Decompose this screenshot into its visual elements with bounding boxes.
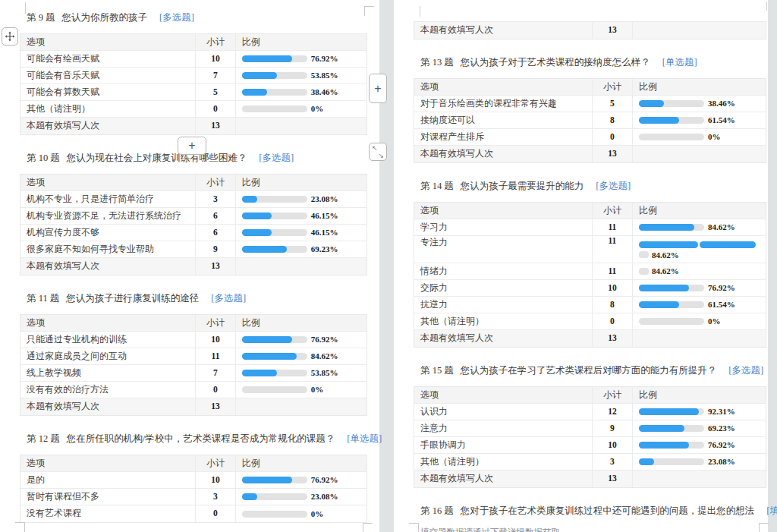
add-table-button[interactable]: + [178,137,206,155]
option-count: 0 [195,382,234,398]
question-title: 第 16 题您对于孩子在艺术类康复训练过程中还可能遇到的问题，提出您的想法[填空… [420,505,766,518]
option-label: 是的 [20,472,195,488]
page-boundary-mark [766,2,767,11]
question-text: 您认为现在社会上对康复训练有哪些困难？ [67,153,247,163]
ratio-bar-fill [639,100,664,107]
ratio-cell: 46.15% [235,208,366,224]
page-boundary-mark [15,522,25,532]
option-count: 11 [592,263,632,279]
table-row: 其他（请注明）00% [414,313,766,330]
ratio-bar-fill [639,301,679,308]
option-count: 10 [592,437,632,453]
footer-ratio-empty [235,398,366,415]
ratio-percent: 38.46% [708,96,735,112]
option-label: 机构专业资源不足，无法进行系统治疗 [20,208,195,224]
continuation-table: 本题有效填写人次13 [414,21,766,39]
page-left: 第 9 题您认为你所教的孩子[多选题]选项小计比例可能会有绘画天赋1076.92… [0,0,379,532]
ratio-bar-fill [242,246,288,253]
ratio-bar-fill [242,353,297,360]
table-footer-row: 本题有效填写人次13 [20,258,366,275]
header-count: 小计 [195,34,234,50]
ratio-percent: 0% [311,506,324,522]
option-label: 其他（请注明） [414,313,592,329]
ratio-cell: 38.46% [632,96,766,112]
table-row: 注意力969.23% [414,420,766,437]
ratio-percent: 76.92% [311,51,338,67]
table-row: 可能会有绘画天赋1076.92% [20,51,366,68]
question-type-tag: [多选题] [259,153,294,163]
question-number: 第 11 题 [27,293,59,304]
ratio-percent: 61.54% [708,112,735,128]
ratio-bar [242,55,307,62]
ratio-cell: 46.15% [235,225,366,241]
ratio-bar-fill [242,212,272,219]
ratio-bar [242,229,307,236]
option-count: 0 [195,505,234,522]
ratio-cell: 23.08% [235,191,366,207]
question-text: 您对于孩子在艺术类康复训练过程中还可能遇到的问题，提出您的想法 [461,505,755,516]
option-count: 12 [592,404,632,420]
ratio-bar [639,458,704,465]
header-count: 小计 [195,315,234,331]
ratio-bar [639,408,704,415]
header-option: 选项 [20,315,195,331]
option-count: 3 [592,454,632,470]
header-ratio: 比例 [632,203,766,219]
ratio-bar [242,105,307,112]
option-label: 可能会有音乐天赋 [20,68,195,83]
table-footer-row: 本题有效填写人次13 [20,118,366,134]
option-count: 5 [195,84,234,100]
ratio-percent: 53.85% [311,68,338,83]
footer-ratio-empty [235,258,366,275]
ratio-bar-fill [242,72,277,79]
footer-label: 本题有效填写人次 [414,22,592,39]
table-header-row: 选项小计比例 [20,34,366,51]
header-count: 小计 [195,175,234,190]
option-label: 没有有效的治疗方法 [20,382,195,398]
question-type-tag: [多选题] [596,181,631,191]
footer-count: 13 [592,330,632,347]
header-count: 小计 [195,455,234,471]
ratio-cell: 23.08% [632,454,766,470]
page-right: 本题有效填写人次13第 13 题您认为孩子对于艺术类课程的接纳度怎么样？[单选题… [394,0,768,532]
ratio-cell: 0% [235,382,366,398]
arrow-nw-icon: ↖ [372,144,378,152]
page-boundary-mark [420,6,420,17]
option-count: 0 [592,129,632,145]
ratio-bar [639,425,704,432]
page-boundary-mark [759,523,769,532]
ratio-bar-fill [639,224,694,231]
option-count: 9 [195,241,234,257]
ratio-bar-segment [639,241,698,248]
question-title: 第 14 题您认为孩子最需要提升的能力[多选题] [420,180,766,193]
move-handle-icon[interactable] [2,27,18,46]
add-row-button[interactable]: + [369,74,387,103]
header-option: 选项 [414,203,592,219]
table-row: 是的1076.92% [20,472,366,489]
ratio-bar [242,477,307,483]
resize-icon[interactable]: ↖ ↘ [369,143,387,161]
table-row: 抗逆力861.54% [414,297,766,313]
ratio-percent: 38.46% [311,84,338,100]
footer-ratio-empty [632,471,766,487]
question-text: 您认为孩子进行康复训练的途径 [66,293,199,304]
ratio-bar [242,370,307,376]
footer-count: 13 [195,258,234,275]
option-label: 对于音乐绘画类的课程非常有兴趣 [414,96,592,112]
ratio-bar-fill [242,55,292,62]
table-footer-row: 本题有效填写人次13 [414,471,766,487]
question-text: 您认为你所教的孩子 [62,12,148,23]
table-row: 机构不专业，只是进行简单治疗323.08% [20,191,366,208]
header-ratio: 比例 [235,315,366,331]
footer-count: 13 [592,146,632,162]
ratio-bar [639,442,704,449]
ratio-cell: 76.92% [632,280,766,296]
header-option: 选项 [20,455,195,471]
footer-count: 13 [195,398,234,415]
ratio-cell: 92.31% [632,404,766,420]
question-section: 第 16 题您对于孩子在艺术类康复训练过程中还可能遇到的问题，提出您的想法[填空… [414,505,766,532]
ratio-percent: 23.08% [311,489,338,505]
footer-ratio-empty [235,118,366,134]
ratio-cell: 0% [632,129,766,145]
table-row: 其他（请注明）00% [20,101,366,118]
